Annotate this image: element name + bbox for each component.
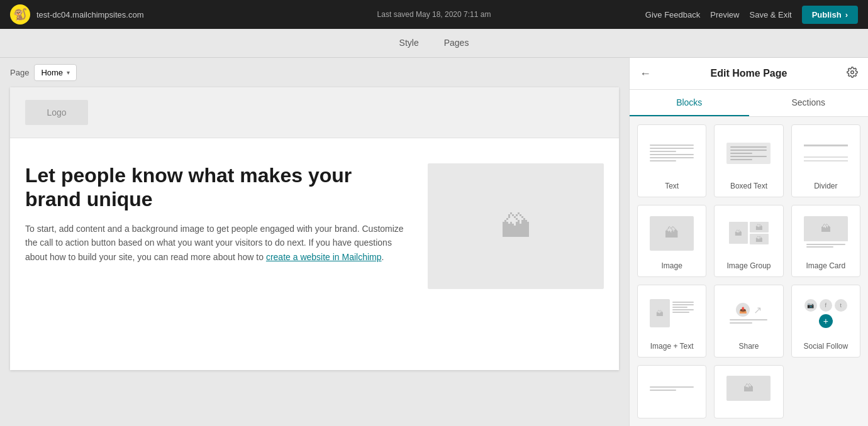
image-placeholder-icon: 🏔 <box>501 209 531 244</box>
panel-tabs: Blocks Sections <box>630 90 868 117</box>
hero-description: To start, add content and a background i… <box>25 222 413 264</box>
img-thumb-2: 🏔 <box>750 222 769 232</box>
share-block-label: Share <box>738 342 759 351</box>
partial-1-preview <box>643 371 701 407</box>
partial-2-preview: 🏔 <box>720 371 777 407</box>
divider-block-label: Divider <box>814 182 837 190</box>
img-text-image: 🏔 <box>650 299 670 327</box>
text-block-label: Text <box>665 182 679 190</box>
img-thumb-3: 🏔 <box>750 234 769 244</box>
boxed-text-block-label: Boxed Text <box>730 182 767 190</box>
block-share[interactable]: 📤 ↗ Share <box>714 285 783 358</box>
chevron-right-icon: › <box>845 10 848 19</box>
hero-image-placeholder: 🏔 <box>428 163 604 289</box>
image-text-block-label: Image + Text <box>650 342 694 351</box>
instagram-icon: 📷 <box>804 299 817 312</box>
share-block-preview: 📤 ↗ <box>720 290 777 337</box>
top-navigation: 🐒 test-dc04.mailchimpsites.com Last save… <box>0 0 868 29</box>
publish-button[interactable]: Publish › <box>802 6 858 24</box>
right-panel: ← Edit Home Page Blocks Sections <box>629 58 868 426</box>
svg-point-0 <box>851 71 854 74</box>
partial-image-icon: 🏔 <box>743 383 754 394</box>
panel-settings-button[interactable] <box>847 67 858 80</box>
block-social-follow[interactable]: 📷 f t + Social Follow <box>791 285 860 358</box>
secondary-navigation: Style Pages <box>0 29 868 58</box>
image-group-block-label: Image Group <box>726 261 771 270</box>
block-partial-1[interactable] <box>637 365 706 419</box>
save-exit-button[interactable]: Save & Exit <box>750 10 792 19</box>
block-text[interactable]: Text <box>637 124 706 197</box>
divider-block-preview <box>797 130 855 177</box>
page-header: Logo <box>10 87 619 138</box>
canvas-area: Page Home ▾ Logo Let people know what ma… <box>0 58 629 426</box>
main-layout: Page Home ▾ Logo Let people know what ma… <box>0 58 868 426</box>
panel-title: Edit Home Page <box>711 68 787 79</box>
panel-back-button[interactable]: ← <box>640 67 651 80</box>
text-block-preview <box>643 130 701 177</box>
img-thumb-1: 🏔 <box>729 222 748 244</box>
add-social-button: + <box>819 314 833 328</box>
pages-nav-item[interactable]: Pages <box>442 29 472 58</box>
image-card-block-preview: 🏔 <box>797 210 855 257</box>
share-arrow-icon: ↗ <box>754 304 762 316</box>
social-follow-block-preview: 📷 f t + <box>797 290 855 337</box>
block-image-text[interactable]: 🏔 Image + Text <box>637 285 706 358</box>
image-block-preview: 🏔 <box>643 210 701 257</box>
logo-placeholder: Logo <box>25 100 88 125</box>
social-follow-block-label: Social Follow <box>803 342 848 351</box>
block-image[interactable]: 🏔 Image <box>637 205 706 278</box>
boxed-text-block-preview <box>720 130 777 177</box>
nav-right: Give Feedback Preview Save & Exit Publis… <box>645 6 858 24</box>
nav-left: 🐒 test-dc04.mailchimpsites.com <box>10 4 144 25</box>
tab-sections[interactable]: Sections <box>749 90 869 116</box>
share-circle-icon: 📤 <box>736 303 750 317</box>
preview-button[interactable]: Preview <box>710 10 739 19</box>
style-nav-item[interactable]: Style <box>397 29 421 58</box>
panel-header: ← Edit Home Page <box>630 58 868 90</box>
hero-title: Let people know what makes your brand un… <box>25 163 413 212</box>
chevron-down-icon: ▾ <box>67 69 70 76</box>
block-divider[interactable]: Divider <box>791 124 860 197</box>
block-image-group[interactable]: 🏔 🏔 🏔 Image Group <box>714 205 783 278</box>
last-saved-status: Last saved May 18, 2020 7:11 am <box>377 10 491 19</box>
tab-blocks[interactable]: Blocks <box>630 90 749 116</box>
page-value: Home <box>41 68 63 77</box>
block-boxed-text[interactable]: Boxed Text <box>714 124 783 197</box>
hero-text: Let people know what makes your brand un… <box>25 163 413 264</box>
facebook-icon: f <box>820 299 832 312</box>
image-card-top: 🏔 <box>804 216 848 241</box>
block-image-card[interactable]: 🏔 Image Card <box>791 205 860 278</box>
mailchimp-logo: 🐒 <box>10 4 30 25</box>
canvas-content: Logo Let people know what makes your bra… <box>0 87 629 380</box>
image-card-block-label: Image Card <box>806 261 845 270</box>
image-icon: 🏔 <box>665 225 679 241</box>
page-selector[interactable]: Home ▾ <box>34 64 77 81</box>
site-domain: test-dc04.mailchimpsites.com <box>36 10 144 19</box>
block-partial-2[interactable]: 🏔 <box>714 365 783 419</box>
hero-section: Let people know what makes your brand un… <box>10 138 619 314</box>
twitter-icon: t <box>835 299 847 312</box>
image-group-block-preview: 🏔 🏔 🏔 <box>720 210 777 257</box>
hero-desc-link[interactable]: create a website in Mailchimp <box>266 252 382 262</box>
canvas-page: Logo Let people know what makes your bra… <box>10 87 619 370</box>
image-block-label: Image <box>661 261 682 270</box>
page-label: Page <box>10 68 29 77</box>
blocks-grid: Text Boxed Text <box>630 117 868 426</box>
give-feedback-button[interactable]: Give Feedback <box>645 10 700 19</box>
canvas-toolbar: Page Home ▾ <box>0 58 629 87</box>
image-text-block-preview: 🏔 <box>643 290 701 337</box>
